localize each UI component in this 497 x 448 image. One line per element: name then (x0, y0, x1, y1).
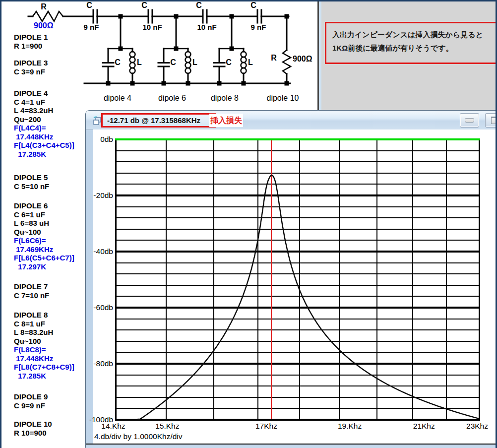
sidebar-line: Qu~100 (14, 337, 74, 346)
sidebar-line: F(L6C6)= (14, 236, 74, 245)
sidebar-line: R 10=900 (14, 429, 52, 438)
sidebar-line: DIPOLE 10 (14, 420, 52, 429)
sidebar-line: F(L4C4)= (14, 124, 74, 132)
source-resistor-designator: R (41, 2, 47, 11)
sidebar-line: DIPOLE 9 (14, 392, 48, 401)
load-resistor-designator: R (271, 54, 277, 62)
tank-ind-label: L (137, 58, 142, 66)
note-panel: 入出力インピーダンスは挿入損失から見ると 1KΩ前後に最適値が有りそうです。 (321, 1, 496, 110)
tank-ind-label: L (192, 58, 197, 66)
annotation-line2: 1KΩ前後に最適値が有りそうです。 (332, 41, 497, 55)
annotation-line1: 入出力インピーダンスは挿入損失から見ると (332, 28, 497, 41)
sidebar-line: 17.297K (14, 262, 74, 271)
sidebar-group: DIPOLE 5C 5=10 nF (14, 173, 49, 191)
cap-value: 10 nF (197, 23, 216, 31)
window-icon (93, 116, 102, 125)
sidebar-group: DIPOLE 10R 10=900 (14, 420, 52, 437)
sidebar-line: DIPOLE 7 (14, 282, 49, 291)
minimize-icon (465, 118, 474, 123)
cursor-readout: -12.71 db @ 17.315868KHz (101, 113, 216, 128)
load-resistor-value: 900Ω (293, 55, 312, 63)
cap-value: 10 nF (142, 23, 162, 31)
sidebar-line: C 8=1 uF (14, 320, 74, 328)
plot-client-area[interactable] (93, 129, 497, 444)
tank-ind-label: L (248, 58, 253, 66)
stage-label: dipole 6 (158, 94, 186, 102)
sidebar-line: C 6=1 uF (14, 210, 74, 219)
tank-cap-label: C (170, 58, 176, 66)
sidebar-line: 17.448KHz (14, 354, 74, 363)
cap-designator: C (86, 1, 92, 9)
minimize-button[interactable] (460, 113, 479, 128)
sidebar-group: DIPOLE 6C 6=1 uFL 6=83 uHQu~100F(L6C6)= … (14, 201, 74, 271)
insertion-loss-text: 挿入損失 (210, 116, 242, 125)
tank-cap-label: C (226, 58, 232, 66)
tank-cap-label: C (115, 58, 121, 66)
sidebar-line: F[L4(C3+C4+C5)] (14, 141, 74, 150)
stage-label: dipole 4 (104, 94, 131, 102)
sidebar-line: Qu~200 (14, 115, 74, 124)
cap-value: 9 nF (84, 23, 99, 31)
sidebar-line: C 5=10 nF (14, 182, 49, 191)
cap-designator: C (196, 1, 202, 9)
sidebar-line: F[L8(C7+C8+C9)] (14, 363, 74, 372)
cap-value: 9 nF (251, 23, 266, 31)
cap-designator: C (141, 1, 147, 9)
circuit-schematic: R 900Ω C 9 nF C 10 nF C 10 nF C 9 nF C L… (0, 0, 320, 108)
sidebar-line: C 9=9 nF (14, 401, 48, 410)
load-resistor-symbol (283, 50, 291, 74)
app-border-top (0, 0, 497, 1)
sidebar-line: DIPOLE 5 (14, 173, 49, 182)
sidebar-line: 17.285K (14, 372, 74, 381)
annotation-box: 入出力インピーダンスは挿入損失から見ると 1KΩ前後に最適値が有りそうです。 (325, 22, 497, 64)
plot-window: -12.71 db @ 17.315868KHz 挿入損失 (85, 110, 497, 448)
stage-label: dipole 8 (211, 94, 239, 102)
source-resistor-symbol (33, 11, 63, 21)
window-bottom-frame (86, 444, 497, 448)
sidebar-group: DIPOLE 8C 8=1 uFL 8=83.2uHQu~100F(L8C8)=… (14, 311, 74, 380)
stage-label: dipole 10 (267, 94, 299, 102)
sidebar-line: DIPOLE 6 (14, 201, 74, 210)
sidebar-line: C 7=10 nF (14, 291, 49, 300)
sidebar-line: 17.469KHz (14, 245, 74, 254)
sidebar-line: DIPOLE 8 (14, 311, 74, 320)
circuit-wires (28, 10, 291, 83)
sidebar-line: F[L6(C5+C6+C7)] (14, 254, 74, 262)
sidebar-line: 17.285K (14, 150, 74, 159)
cap-designator: C (250, 1, 256, 9)
plot-window-titlebar[interactable]: -12.71 db @ 17.315868KHz 挿入損失 (86, 111, 497, 130)
app-border-left (0, 0, 1, 448)
sidebar-line: 17.448KHz (14, 132, 74, 141)
sidebar-group: DIPOLE 9C 9=9 nF (14, 392, 48, 410)
insertion-loss-label: 挿入損失 (209, 114, 243, 127)
sidebar-line: L 6=83 uH (14, 219, 74, 228)
cursor-readout-text: -12.71 db @ 17.315868KHz (107, 116, 200, 125)
sidebar-line: F(L8C8)= (14, 345, 74, 354)
sidebar-line: L 8=83.2uH (14, 328, 74, 337)
source-resistor-value: 900Ω (34, 21, 54, 30)
sidebar-group: DIPOLE 7C 7=10 nF (14, 282, 49, 300)
sidebar-line: Qu~100 (14, 228, 74, 237)
